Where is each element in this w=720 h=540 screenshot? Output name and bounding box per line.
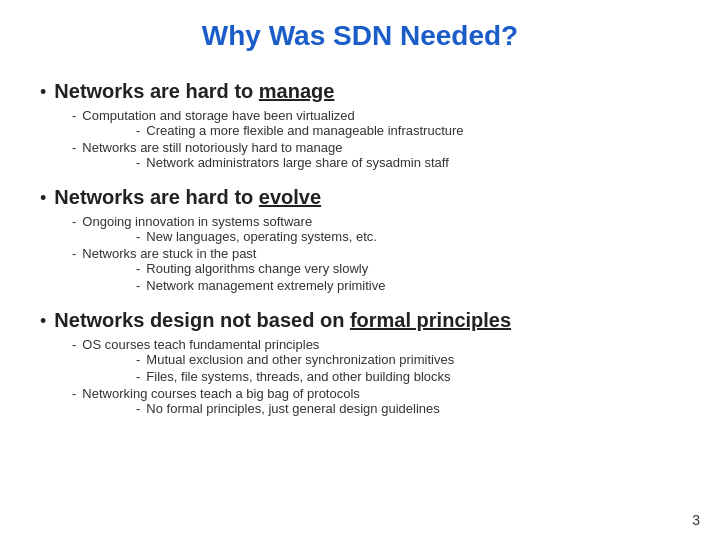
formal-item-1-sub-2-text: Files, file systems, threads, and other …: [136, 369, 680, 384]
formal-item-2-sub-1-text: No formal principles, just general desig…: [136, 401, 680, 416]
manage-item-2-sub-1-text: Network administrators large share of sy…: [136, 155, 680, 170]
evolve-item-2-sub-1: Routing algorithms change very slowly: [136, 261, 680, 276]
evolve-item-1-sub-1-label: New languages, operating systems, etc.: [146, 229, 377, 244]
manage-item-1-sub-1-text: Creating a more flexible and manageable …: [136, 123, 680, 138]
manage-item-2-label: Networks are still notoriously hard to m…: [82, 140, 342, 155]
section-formal-header: • Networks design not based on formal pr…: [40, 309, 680, 332]
page-number: 3: [692, 512, 700, 528]
formal-item-2-sub-1: No formal principles, just general desig…: [136, 401, 680, 416]
bullet-formal: •: [40, 311, 46, 332]
bullet-manage: •: [40, 82, 46, 103]
section-evolve: • Networks are hard to evolve Ongoing in…: [40, 186, 680, 293]
manage-item-1-label: Computation and storage have been virtua…: [82, 108, 354, 123]
section-formal-title: Networks design not based on formal prin…: [54, 309, 511, 332]
formal-item-2: Networking courses teach a big bag of pr…: [72, 386, 680, 416]
section-evolve-title-prefix: Networks are hard to: [54, 186, 259, 208]
formal-item-1-sub-2: Files, file systems, threads, and other …: [136, 369, 680, 384]
evolve-item-2: Networks are stuck in the past Routing a…: [72, 246, 680, 293]
evolve-item-1-sub-1: New languages, operating systems, etc.: [136, 229, 680, 244]
formal-item-1-sub-1-text: Mutual exclusion and other synchronizati…: [136, 352, 680, 367]
manage-item-2-text: Networks are still notoriously hard to m…: [72, 140, 680, 155]
evolve-item-2-sub-2-text: Network management extremely primitive: [136, 278, 680, 293]
section-manage-title: Networks are hard to manage: [54, 80, 334, 103]
evolve-item-1: Ongoing innovation in systems software N…: [72, 214, 680, 244]
evolve-item-2-label: Networks are stuck in the past: [82, 246, 256, 261]
evolve-item-2-sub-1-text: Routing algorithms change very slowly: [136, 261, 680, 276]
evolve-item-2-sub-2-label: Network management extremely primitive: [146, 278, 385, 293]
section-manage: • Networks are hard to manage Computatio…: [40, 80, 680, 170]
manage-item-1-sub-1: Creating a more flexible and manageable …: [136, 123, 680, 138]
formal-item-1-sub-2-label: Files, file systems, threads, and other …: [146, 369, 450, 384]
section-evolve-header: • Networks are hard to evolve: [40, 186, 680, 209]
formal-item-1-label: OS courses teach fundamental principles: [82, 337, 319, 352]
formal-item-2-sub-1-label: No formal principles, just general desig…: [146, 401, 439, 416]
manage-item-2: Networks are still notoriously hard to m…: [72, 140, 680, 170]
manage-item-1-sub-1-label: Creating a more flexible and manageable …: [146, 123, 463, 138]
section-formal: • Networks design not based on formal pr…: [40, 309, 680, 416]
section-formal-title-prefix: Networks design not based on: [54, 309, 350, 331]
section-manage-header: • Networks are hard to manage: [40, 80, 680, 103]
evolve-item-2-sub-1-label: Routing algorithms change very slowly: [146, 261, 368, 276]
formal-item-2-label: Networking courses teach a big bag of pr…: [82, 386, 360, 401]
section-evolve-title: Networks are hard to evolve: [54, 186, 321, 209]
evolve-item-2-sub-2: Network management extremely primitive: [136, 278, 680, 293]
section-manage-title-prefix: Networks are hard to: [54, 80, 259, 102]
manage-item-2-sub-1: Network administrators large share of sy…: [136, 155, 680, 170]
evolve-item-1-sub-1-text: New languages, operating systems, etc.: [136, 229, 680, 244]
manage-item-1: Computation and storage have been virtua…: [72, 108, 680, 138]
formal-item-1-sub-1: Mutual exclusion and other synchronizati…: [136, 352, 680, 367]
evolve-item-1-text: Ongoing innovation in systems software: [72, 214, 680, 229]
formal-item-1: OS courses teach fundamental principles …: [72, 337, 680, 384]
section-formal-title-underline: formal principles: [350, 309, 511, 331]
slide: Why Was SDN Needed? • Networks are hard …: [0, 0, 720, 540]
section-evolve-title-underline: evolve: [259, 186, 321, 208]
evolve-item-2-text: Networks are stuck in the past: [72, 246, 680, 261]
formal-item-1-text: OS courses teach fundamental principles: [72, 337, 680, 352]
manage-item-1-text: Computation and storage have been virtua…: [72, 108, 680, 123]
slide-title: Why Was SDN Needed?: [40, 20, 680, 58]
formal-item-1-sub-1-label: Mutual exclusion and other synchronizati…: [146, 352, 454, 367]
section-manage-title-underline: manage: [259, 80, 335, 102]
manage-item-2-sub-1-label: Network administrators large share of sy…: [146, 155, 449, 170]
bullet-evolve: •: [40, 188, 46, 209]
evolve-item-1-label: Ongoing innovation in systems software: [82, 214, 312, 229]
formal-item-2-text: Networking courses teach a big bag of pr…: [72, 386, 680, 401]
